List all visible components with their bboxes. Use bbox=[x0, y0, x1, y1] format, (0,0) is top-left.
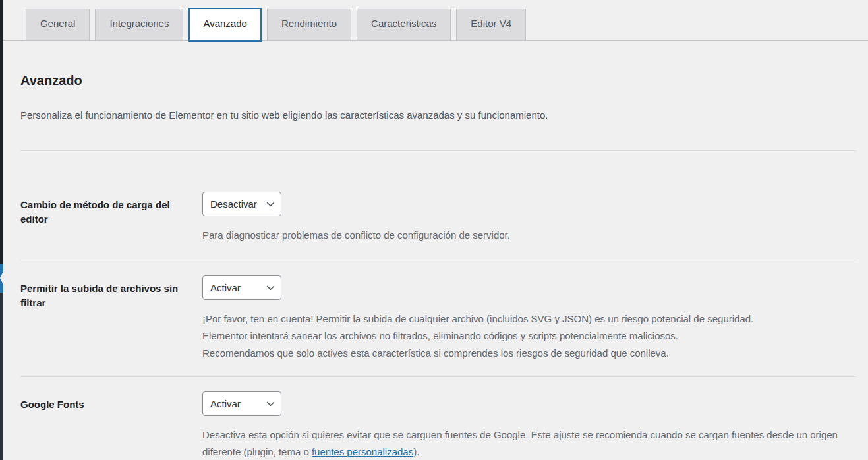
settings-page: General Integraciones Avanzado Rendimien… bbox=[3, 0, 868, 460]
settings-tab-bar: General Integraciones Avanzado Rendimien… bbox=[3, 0, 868, 41]
custom-fonts-link[interactable]: fuentes personalizadas bbox=[312, 446, 413, 457]
setting-row-google-fonts: Google Fonts Activar Desactiva esta opci… bbox=[20, 377, 857, 460]
tab-integraciones[interactable]: Integraciones bbox=[95, 9, 183, 40]
page-intro: Personaliza el funcionamiento de Element… bbox=[20, 108, 857, 123]
setting-label: Google Fonts bbox=[20, 391, 202, 412]
setting-description: Para diagnosticar problemas de conflicto… bbox=[202, 227, 857, 244]
setting-row-editor-loader: Cambio de método de carga del editor Des… bbox=[20, 151, 857, 260]
tab-rendimiento[interactable]: Rendimiento bbox=[267, 9, 351, 40]
editor-loader-select[interactable]: Desactivar bbox=[202, 192, 281, 216]
setting-description: ¡Por favor, ten en cuenta! Permitir la s… bbox=[202, 310, 857, 362]
tab-avanzado[interactable]: Avanzado bbox=[188, 8, 261, 42]
tab-caracteristicas[interactable]: Caracteristicas bbox=[357, 9, 451, 40]
unfiltered-uploads-select[interactable]: Activar bbox=[202, 275, 281, 300]
tab-editor-v4[interactable]: Editor V4 bbox=[456, 9, 526, 40]
setting-label: Cambio de método de carga del editor bbox=[20, 192, 202, 227]
tab-general[interactable]: General bbox=[26, 9, 90, 40]
setting-row-unfiltered-uploads: Permitir la subida de archivos sin filtr… bbox=[20, 260, 857, 376]
google-fonts-select[interactable]: Activar bbox=[202, 391, 281, 416]
setting-label: Permitir la subida de archivos sin filtr… bbox=[20, 275, 202, 310]
page-title: Avanzado bbox=[20, 71, 857, 90]
setting-description: Desactiva esta opción si quieres evitar … bbox=[202, 426, 857, 460]
